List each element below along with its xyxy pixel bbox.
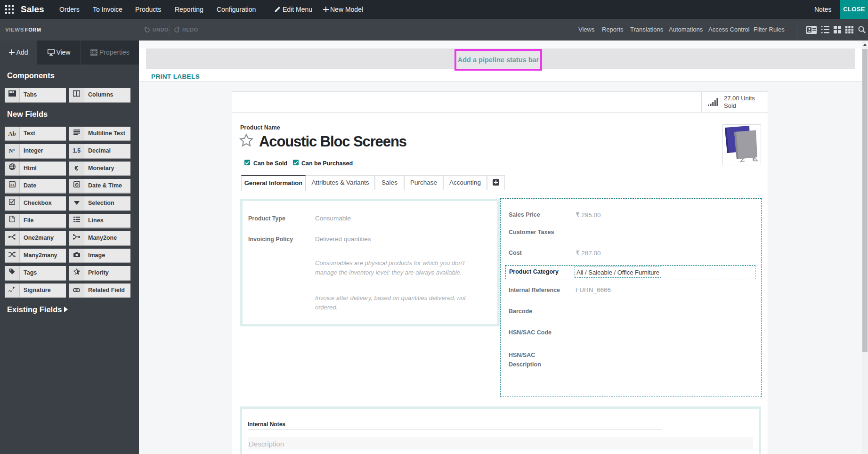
svg-text:21: 21 [10,183,14,186]
